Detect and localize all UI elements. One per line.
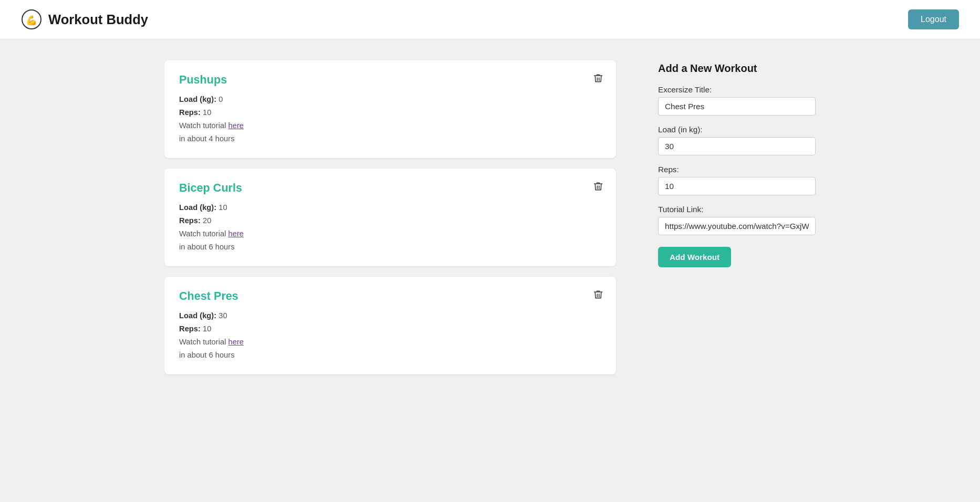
tutorial-link[interactable]: here — [228, 121, 244, 130]
delete-workout-button[interactable] — [590, 178, 607, 196]
delete-workout-button[interactable] — [590, 70, 607, 88]
exercise-title-input[interactable] — [658, 97, 816, 116]
load-label: Load (kg): — [179, 95, 216, 103]
trash-icon — [593, 181, 603, 192]
add-workout-panel: Add a New Workout Excersize Title: Load … — [658, 60, 816, 374]
tutorial-link[interactable]: here — [228, 229, 244, 238]
load-label: Load (kg): — [179, 311, 216, 320]
load-label: Load (kg): — [179, 203, 216, 212]
workout-details: Load (kg): 30 Reps: 10 Watch tutorial he… — [179, 309, 601, 362]
svg-text:💪: 💪 — [26, 15, 38, 26]
workout-details: Load (kg): 10 Reps: 20 Watch tutorial he… — [179, 201, 601, 254]
exercise-title-label: Excersize Title: — [658, 85, 816, 94]
trash-icon — [593, 289, 603, 300]
app-title: Workout Buddy — [48, 12, 148, 27]
reps-input[interactable] — [658, 177, 816, 195]
exercise-title-group: Excersize Title: — [658, 85, 816, 116]
brand: 💪 Workout Buddy — [21, 9, 148, 30]
reps-group: Reps: — [658, 165, 816, 195]
workout-title: Pushups — [179, 73, 601, 87]
tutorial-input[interactable] — [658, 217, 816, 235]
reps-label: Reps: — [179, 108, 201, 117]
workout-title: Chest Pres — [179, 289, 601, 303]
workout-card: Pushups Load (kg): 0 Reps: 10 Watch tuto… — [164, 60, 616, 158]
load-input[interactable] — [658, 137, 816, 155]
time-estimate: in about 6 hours — [179, 351, 235, 359]
trash-icon — [593, 73, 603, 83]
add-workout-title: Add a New Workout — [658, 62, 816, 75]
workout-title: Bicep Curls — [179, 181, 601, 195]
workout-list: Pushups Load (kg): 0 Reps: 10 Watch tuto… — [164, 60, 616, 374]
tutorial-label: Tutorial Link: — [658, 205, 816, 214]
tutorial-group: Tutorial Link: — [658, 205, 816, 235]
reps-label: Reps: — [658, 165, 816, 174]
reps-label: Reps: — [179, 325, 201, 333]
app-header: 💪 Workout Buddy Logout — [0, 0, 980, 39]
workout-card: Chest Pres Load (kg): 30 Reps: 10 Watch … — [164, 277, 616, 374]
workout-card: Bicep Curls Load (kg): 10 Reps: 20 Watch… — [164, 169, 616, 266]
load-label: Load (in kg): — [658, 125, 816, 134]
main-content: Pushups Load (kg): 0 Reps: 10 Watch tuto… — [122, 39, 858, 395]
delete-workout-button[interactable] — [590, 286, 607, 305]
time-estimate: in about 6 hours — [179, 243, 235, 251]
logout-button[interactable]: Logout — [908, 9, 959, 29]
app-logo-icon: 💪 — [21, 9, 42, 30]
time-estimate: in about 4 hours — [179, 134, 235, 143]
tutorial-link[interactable]: here — [228, 338, 244, 346]
add-workout-button[interactable]: Add Workout — [658, 247, 731, 267]
load-group: Load (in kg): — [658, 125, 816, 155]
workout-details: Load (kg): 0 Reps: 10 Watch tutorial her… — [179, 93, 601, 145]
reps-label: Reps: — [179, 216, 201, 225]
